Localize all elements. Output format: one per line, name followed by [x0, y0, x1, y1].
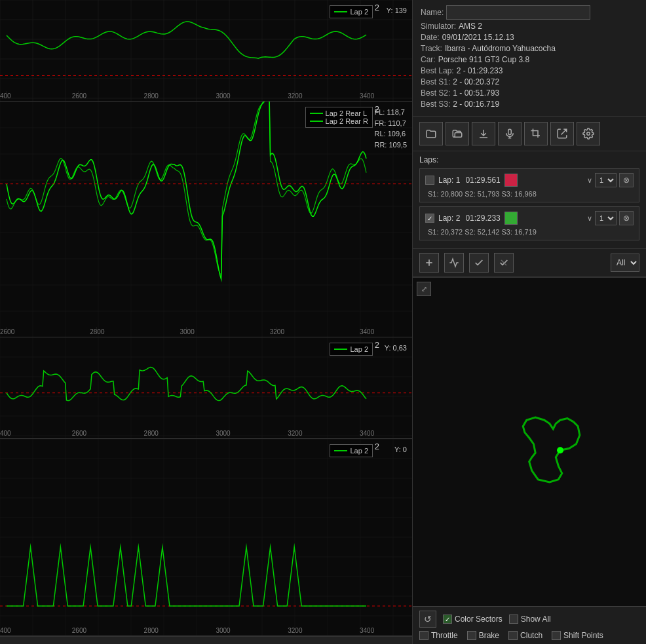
color-sectors-checkbox[interactable]: ✓: [443, 615, 452, 624]
legend-line: [334, 11, 347, 12]
best-lap-row: Best Lap: 2 - 01:29.233: [421, 66, 638, 75]
check-all-btn[interactable]: [469, 253, 489, 273]
chart-1: Lap 2 Y: 139 2: [0, 0, 412, 102]
lap-2-dropdown[interactable]: 1: [595, 211, 617, 225]
clutch-checkbox[interactable]: [508, 631, 518, 640]
lap-2-checkbox[interactable]: ✓: [425, 214, 434, 223]
chart-canvas-2: [0, 102, 412, 337]
chart-4-ylabel: Y: 0: [394, 445, 407, 453]
show-all-label: Show All: [521, 615, 551, 624]
add-lap-btn[interactable]: [419, 253, 439, 273]
chart-canvas-4: [0, 439, 412, 635]
chart-1-counter: 2: [375, 3, 379, 12]
lap-row-2: ✓ Lap: 2 01:29.233 ∨ 1 ⊗ S1: 20,372 S2: …: [419, 206, 639, 240]
map-section: ⤢: [413, 277, 646, 606]
shift-points-label: Shift Points: [563, 631, 603, 640]
chart-2: Lap 2 Rear L Lap 2 Rear R 2 FL: 118,7 FR…: [0, 102, 412, 337]
legend-line-2b: [310, 121, 323, 122]
best-s1-label: Best S1:: [421, 77, 450, 86]
lap-row-1: Lap: 1 01:29.561 ∨ 1 ⊗ S1: 20,800 S2: 51…: [419, 168, 639, 202]
best-s3-label: Best S3:: [421, 100, 450, 109]
legend-line-3: [334, 349, 347, 350]
chart-2-fl: FL: 118,7: [374, 107, 407, 118]
lap-2-dropdown-arrow: ∨: [587, 214, 592, 223]
chart-4: Lap 2 Y: 0 2: [0, 439, 412, 636]
legend-line-4: [334, 450, 347, 451]
export-btn[interactable]: [550, 122, 574, 145]
folder-btn[interactable]: [419, 122, 443, 145]
brake-item: Brake: [467, 631, 499, 640]
best-s2-value: 1 - 00:51.793: [453, 88, 499, 98]
lap-1-sectors: S1: 20,800 S2: 51,793 S3: 16,968: [425, 190, 634, 198]
shift-points-checkbox[interactable]: [552, 631, 561, 640]
laps-actions: All: [413, 249, 646, 277]
map-expand-btn[interactable]: ⤢: [417, 282, 431, 296]
color-sectors-item: ✓ Color Sectors: [443, 615, 503, 624]
all-dropdown[interactable]: All: [611, 254, 639, 272]
legend-label-3: Lap 2: [350, 345, 368, 353]
simulator-value: AMS 2: [459, 22, 482, 31]
name-input[interactable]: [446, 5, 590, 20]
lap-1-checkbox[interactable]: [425, 176, 434, 185]
legend-item-4: Lap 2: [334, 447, 368, 455]
best-s2-row: Best S2: 1 - 00:51.793: [421, 88, 638, 98]
laps-section: Laps: Lap: 1 01:29.561 ∨ 1 ⊗ S1: 20,800 …: [413, 151, 646, 249]
lap-1-dropdown[interactable]: 1: [595, 173, 617, 187]
lap-2-color-btn[interactable]: [504, 212, 518, 225]
best-s1-row: Best S1: 2 - 00:20.372: [421, 77, 638, 86]
lap-header-1: Lap: 1 01:29.561 ∨ 1 ⊗: [425, 173, 634, 187]
legend-label: Lap 2: [350, 8, 368, 16]
track-row: Track: Ibarra - Autódromo Yahuacocha: [421, 44, 638, 53]
track-label: Track:: [421, 44, 442, 53]
left-scrollbar[interactable]: [0, 636, 412, 644]
best-lap-label: Best Lap:: [421, 66, 454, 75]
name-row: Name:: [421, 5, 638, 20]
date-row: Date: 09/01/2021 15.12.13: [421, 33, 638, 42]
chart-4-counter: 2: [375, 442, 379, 451]
lap-2-time: 01:29.233: [465, 214, 500, 223]
lap-1-time: 01:29.561: [465, 176, 500, 185]
reset-btn[interactable]: ↺: [419, 611, 436, 628]
bottom-bar: ↺ ✓ Color Sectors Show All Throttle Brak…: [413, 606, 646, 644]
crop-btn[interactable]: [524, 122, 548, 145]
best-s3-row: Best S3: 2 - 00:16.719: [421, 100, 638, 109]
lap-2-controls: ∨ 1 ⊗: [587, 211, 634, 225]
right-panel: Name: Simulator: AMS 2 Date: 09/01/2021 …: [413, 0, 646, 644]
chart-3-legend: Lap 2: [330, 343, 373, 356]
track-value: Ibarra - Autódromo Yahuacocha: [445, 44, 556, 53]
chart-type-btn[interactable]: [444, 253, 464, 273]
info-section: Name: Simulator: AMS 2 Date: 09/01/2021 …: [413, 0, 646, 117]
svg-rect-0: [508, 129, 512, 134]
lap-2-close-btn[interactable]: ⊗: [619, 211, 634, 225]
bottom-row1: ↺ ✓ Color Sectors Show All: [419, 611, 639, 628]
lap-2-number: Lap: 2: [438, 214, 460, 223]
chart-2-fr: FR: 110,7: [374, 118, 407, 129]
brake-checkbox[interactable]: [467, 631, 476, 640]
mic-btn[interactable]: [498, 122, 522, 145]
car-value: Porsche 911 GT3 Cup 3.8: [438, 55, 529, 64]
throttle-checkbox[interactable]: [419, 631, 428, 640]
chart-2-rl: RL: 109,6: [374, 128, 407, 140]
lap-1-number: Lap: 1: [438, 176, 460, 185]
check-mark-2: ✓: [427, 215, 432, 222]
uncheck-all-btn[interactable]: [494, 253, 514, 273]
chart-2-values: FL: 118,7 FR: 110,7 RL: 109,6 RR: 109,5: [374, 107, 407, 150]
shift-points-item: Shift Points: [552, 631, 603, 640]
folder-open-btn[interactable]: [446, 122, 469, 145]
clutch-item: Clutch: [508, 631, 542, 640]
download-btn[interactable]: [472, 122, 495, 145]
legend-label-2a: Lap 2 Rear L: [326, 109, 368, 117]
chart-1-ylabel: Y: 139: [387, 7, 407, 14]
lap-header-2: ✓ Lap: 2 01:29.233 ∨ 1 ⊗: [425, 211, 634, 225]
simulator-label: Simulator:: [421, 22, 456, 31]
show-all-checkbox[interactable]: [509, 615, 518, 624]
date-value: 09/01/2021 15.12.13: [442, 33, 514, 42]
settings-btn[interactable]: [577, 122, 600, 145]
chart-2-rr: RR: 109,5: [374, 140, 407, 151]
chart-4-legend: Lap 2: [330, 444, 373, 457]
chart-2-legend: Lap 2 Rear L Lap 2 Rear R: [305, 107, 373, 128]
car-label: Car:: [421, 55, 436, 64]
lap-2-sectors: S1: 20,372 S2: 52,142 S3: 16,719: [425, 228, 634, 236]
lap-1-close-btn[interactable]: ⊗: [619, 173, 634, 187]
lap-1-color-btn[interactable]: [504, 174, 518, 187]
